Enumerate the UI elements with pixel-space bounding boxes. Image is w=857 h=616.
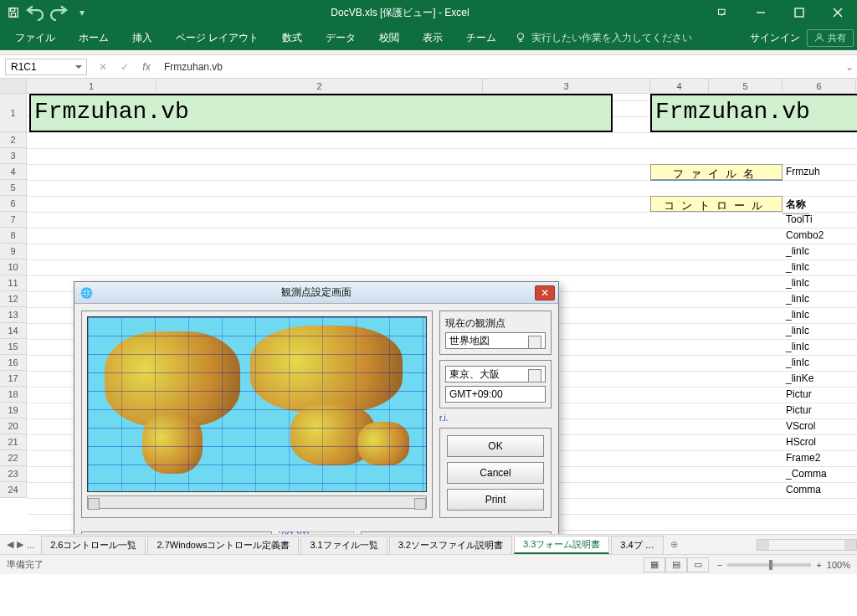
sheet-nav-more[interactable]: ... bbox=[27, 540, 34, 550]
cell-file-value[interactable]: Frmzuh bbox=[783, 164, 824, 179]
row-header[interactable]: 6 bbox=[0, 196, 27, 212]
view-normal-icon[interactable]: ▦ bbox=[644, 557, 665, 572]
cell-control[interactable]: Pictur bbox=[783, 403, 815, 418]
view-page-break-icon[interactable]: ▭ bbox=[687, 557, 709, 572]
row-header[interactable]: 8 bbox=[0, 228, 27, 244]
map-select[interactable]: 世界地図 bbox=[445, 332, 546, 349]
row-header[interactable]: 4 bbox=[0, 164, 27, 180]
minimize-button[interactable] bbox=[742, 1, 780, 24]
sheet-tab[interactable]: 3.4プ … bbox=[611, 536, 663, 554]
share-button[interactable]: 共有 bbox=[807, 29, 854, 47]
cell-control[interactable]: _linIc bbox=[783, 323, 813, 338]
cell-file-label[interactable]: ファイル名 bbox=[650, 164, 783, 180]
row-header[interactable]: 2 bbox=[0, 132, 27, 148]
row-header[interactable]: 21 bbox=[0, 434, 27, 450]
qat-dropdown-icon[interactable]: ▾ bbox=[72, 3, 92, 23]
dialog-close-button[interactable]: ✕ bbox=[535, 285, 555, 300]
horizontal-scrollbar[interactable] bbox=[757, 539, 857, 551]
sheet-nav-prev-icon[interactable]: ◀ bbox=[7, 539, 13, 550]
map-h-scrollbar[interactable] bbox=[87, 495, 427, 509]
tab-view[interactable]: 表示 bbox=[411, 25, 454, 50]
zoom-in-button[interactable]: + bbox=[816, 560, 821, 570]
formula-input[interactable]: Frmzuhan.vb bbox=[157, 61, 842, 73]
row-header[interactable]: 17 bbox=[0, 371, 27, 387]
tab-formulas[interactable]: 数式 bbox=[270, 25, 314, 50]
row-header[interactable]: 24 bbox=[0, 482, 27, 498]
row-header[interactable]: 13 bbox=[0, 307, 27, 323]
city-select[interactable]: 東京、大阪 bbox=[445, 366, 546, 382]
col-header[interactable]: 2 bbox=[157, 79, 483, 93]
fx-icon[interactable]: fx bbox=[139, 61, 154, 73]
cell-title-b[interactable]: Frmzuhan.vb bbox=[650, 94, 857, 132]
maximize-button[interactable] bbox=[780, 1, 819, 24]
select-all-corner[interactable] bbox=[0, 79, 27, 93]
cell-control[interactable]: HScrol bbox=[783, 434, 819, 449]
cell-title-a[interactable]: Frmzuhan.vb bbox=[29, 94, 613, 132]
col-header[interactable]: 5 bbox=[709, 79, 783, 93]
cell-control[interactable]: _linIc bbox=[783, 339, 813, 354]
sheet-tab[interactable]: 3.3フォーム説明書 bbox=[514, 536, 609, 554]
tab-page-layout[interactable]: ページ レイアウト bbox=[164, 25, 270, 50]
row-header[interactable]: 9 bbox=[0, 244, 27, 259]
row-header[interactable]: 7 bbox=[0, 212, 27, 228]
cell-control[interactable]: Combo2 bbox=[783, 228, 827, 243]
row-header[interactable]: 1 bbox=[0, 94, 27, 132]
dialog-titlebar[interactable]: 🌐 観測点設定画面 ✕ bbox=[74, 282, 558, 304]
expand-formula-icon[interactable]: ⌄ bbox=[842, 61, 857, 73]
cancel-formula-icon[interactable]: ✕ bbox=[95, 61, 110, 73]
cell-control[interactable]: Pictur bbox=[783, 387, 815, 402]
cell-control[interactable]: _linIc bbox=[783, 244, 813, 259]
tab-review[interactable]: 校閲 bbox=[367, 25, 411, 50]
zoom-slider[interactable] bbox=[727, 563, 811, 567]
sheet-nav-next-icon[interactable]: ▶ bbox=[17, 539, 23, 550]
cell-control[interactable]: _Comma bbox=[783, 466, 830, 481]
tab-insert[interactable]: 挿入 bbox=[121, 25, 164, 50]
cell-control[interactable]: Frame2 bbox=[783, 450, 824, 465]
name-box[interactable]: R1C1 bbox=[5, 59, 87, 75]
cell-control[interactable]: ToolTi bbox=[783, 212, 816, 227]
ok-button[interactable]: OK bbox=[447, 435, 544, 457]
accept-formula-icon[interactable]: ✓ bbox=[117, 61, 132, 73]
row-header[interactable]: 5 bbox=[0, 180, 27, 196]
row-header[interactable]: 10 bbox=[0, 259, 27, 275]
world-map[interactable] bbox=[87, 316, 427, 492]
tab-team[interactable]: チーム bbox=[454, 25, 508, 50]
cell-control-label[interactable]: コントロール bbox=[650, 196, 783, 212]
tab-data[interactable]: データ bbox=[314, 25, 367, 50]
cell-control[interactable]: _linIc bbox=[783, 291, 813, 306]
tab-home[interactable]: ホーム bbox=[67, 25, 121, 50]
cell-control[interactable]: VScrol bbox=[783, 418, 819, 434]
cell-control[interactable]: _linKe bbox=[783, 371, 817, 386]
zoom-level[interactable]: 100% bbox=[827, 560, 850, 570]
add-sheet-button[interactable]: ⊕ bbox=[670, 539, 678, 550]
sheet-tab[interactable]: 3.2ソースファイル説明書 bbox=[389, 536, 512, 554]
sheet-tab[interactable]: 2.7Windowsコントロール定義書 bbox=[147, 536, 299, 554]
tab-file[interactable]: ファイル bbox=[3, 25, 67, 50]
col-header[interactable]: 1 bbox=[27, 79, 157, 93]
row-header[interactable]: 11 bbox=[0, 275, 27, 291]
print-button[interactable]: Print bbox=[447, 489, 544, 511]
ribbon-options-icon[interactable] bbox=[703, 1, 742, 24]
view-page-layout-icon[interactable]: ▤ bbox=[665, 557, 687, 572]
row-header[interactable]: 19 bbox=[0, 403, 27, 418]
undo-icon[interactable] bbox=[25, 3, 45, 23]
cell-control[interactable]: Comma bbox=[783, 482, 824, 497]
close-button[interactable] bbox=[819, 1, 857, 24]
sheet-tab[interactable]: 3.1ファイル一覧 bbox=[300, 536, 387, 554]
gmt-field[interactable]: GMT+09:00 bbox=[445, 386, 546, 403]
row-header[interactable]: 3 bbox=[0, 148, 27, 164]
save-icon[interactable] bbox=[5, 4, 22, 21]
row-header[interactable]: 12 bbox=[0, 291, 27, 307]
tell-me[interactable]: 実行したい作業を入力してください bbox=[515, 31, 692, 45]
signin-link[interactable]: サインイン bbox=[750, 31, 800, 45]
col-header[interactable]: 4 bbox=[650, 79, 709, 93]
col-header[interactable]: 6 bbox=[783, 79, 856, 93]
row-header[interactable]: 18 bbox=[0, 387, 27, 403]
row-header[interactable]: 23 bbox=[0, 466, 27, 482]
cancel-button[interactable]: Cancel bbox=[447, 462, 544, 484]
cell-control[interactable]: _linIc bbox=[783, 259, 813, 275]
cell-control[interactable]: _linIc bbox=[783, 355, 813, 370]
cell-control[interactable]: _linIc bbox=[783, 307, 813, 322]
zoom-out-button[interactable]: − bbox=[717, 560, 722, 570]
row-header[interactable]: 14 bbox=[0, 323, 27, 339]
